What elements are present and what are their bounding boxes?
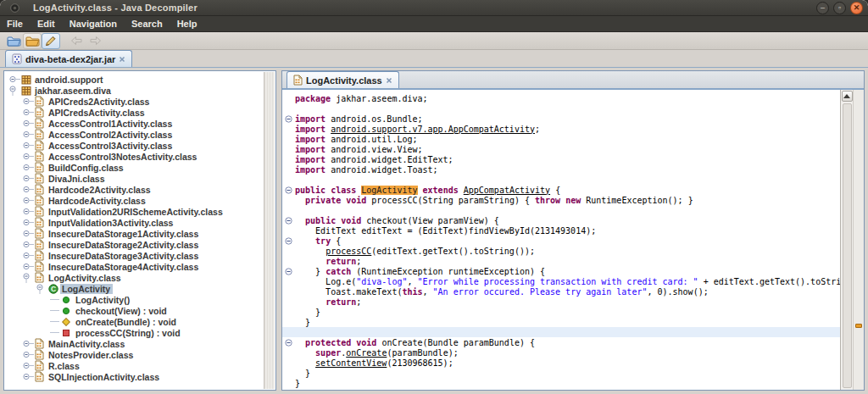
tree-item[interactable]: jakhar.aseem.diva — [5, 85, 264, 96]
code-link[interactable]: processCC — [326, 247, 371, 256]
menu-item-file[interactable]: File — [7, 19, 23, 29]
fold-marker-icon[interactable] — [282, 237, 295, 245]
code-area[interactable]: package jakhar.aseem.diva;import android… — [282, 90, 840, 390]
tree-item[interactable]: LogActivity() — [5, 294, 264, 305]
code-link[interactable]: android.support.v7.app.AppCompatActivity — [331, 125, 535, 134]
collapsed-handle-icon[interactable] — [22, 371, 35, 382]
code-line: return; — [282, 256, 840, 266]
fold-marker-icon[interactable] — [282, 268, 295, 275]
fold-marker-icon[interactable] — [282, 217, 295, 225]
fold-marker-icon[interactable] — [282, 339, 295, 347]
open-file-button[interactable] — [4, 33, 23, 49]
editor-panel: LogActivity.class package jakhar.aseem.d… — [281, 70, 865, 391]
collapsed-handle-icon[interactable] — [22, 250, 35, 261]
classfile-icon — [35, 239, 47, 250]
tree-item[interactable]: HardcodeActivity.class — [5, 195, 264, 206]
menu-item-help[interactable]: Help — [177, 19, 198, 29]
code-line — [282, 103, 840, 114]
tree-item[interactable]: AccessControl3Activity.class — [5, 140, 264, 151]
tree-item[interactable]: android.support — [5, 74, 264, 85]
collapsed-handle-icon[interactable] — [22, 118, 35, 129]
menu-item-search[interactable]: Search — [131, 19, 163, 29]
tree-item[interactable]: BuildConfig.class — [5, 162, 264, 173]
classfile-icon — [35, 217, 47, 228]
code-link[interactable]: onCreate — [346, 348, 387, 358]
scroll-up-button[interactable] — [842, 91, 853, 102]
search-button[interactable] — [42, 33, 60, 49]
open-type-button[interactable] — [23, 33, 42, 49]
collapsed-handle-icon[interactable] — [22, 151, 35, 162]
collapsed-handle-icon[interactable] — [22, 195, 35, 206]
tree-item[interactable]: AccessControl2Activity.class — [5, 129, 264, 140]
code-scrollbar[interactable] — [840, 90, 853, 390]
maximize-button[interactable]: ▫ — [833, 2, 846, 14]
tree-item[interactable]: InputValidation2URISchemeActivity.class — [5, 206, 264, 217]
collapsed-handle-icon[interactable] — [22, 228, 35, 239]
tree-item[interactable]: SQLInjectionActivity.class — [5, 371, 264, 382]
tree-item[interactable]: InsecureDataStorage4Activity.class — [5, 261, 264, 272]
collapsed-handle-icon[interactable] — [22, 239, 35, 250]
code-line: try { — [282, 236, 840, 246]
tab-close-icon[interactable] — [386, 77, 392, 84]
tree-item[interactable]: InsecureDataStorage2Activity.class — [5, 239, 264, 250]
collapsed-handle-icon[interactable] — [22, 360, 35, 371]
tree-item[interactable]: AccessControl1Activity.class — [5, 118, 264, 129]
collapsed-handle-icon[interactable] — [22, 206, 35, 217]
tree-item[interactable]: NotesProvider.class — [5, 349, 264, 360]
tree-item[interactable]: checkout(View) : void — [5, 305, 264, 316]
app-window: LogActivity.class - Java Decompiler – ▫ … — [0, 0, 868, 394]
classfile-icon — [35, 118, 47, 129]
collapsed-handle-icon[interactable] — [22, 129, 35, 140]
tree-item[interactable]: MainActivity.class — [5, 338, 264, 349]
menu-item-navigation[interactable]: Navigation — [70, 19, 117, 29]
code-link[interactable]: AppCompatActivity — [464, 186, 550, 195]
error-marker[interactable] — [855, 324, 862, 328]
collapsed-handle-icon[interactable] — [22, 349, 35, 360]
collapsed-handle-icon[interactable] — [22, 140, 35, 151]
tree-item[interactable]: R.class — [5, 360, 264, 371]
tree-item[interactable]: InsecureDataStorage3Activity.class — [5, 250, 264, 261]
maximize-icon: ▫ — [838, 3, 841, 11]
editor-tab[interactable]: LogActivity.class — [287, 71, 399, 88]
code-line: processCC(editText.getText().toString())… — [282, 246, 840, 256]
collapsed-handle-icon[interactable] — [22, 184, 35, 195]
collapsed-handle-icon[interactable] — [22, 217, 35, 228]
expanded-handle-icon[interactable] — [22, 272, 35, 283]
code-line: } — [282, 317, 840, 327]
menu-item-edit[interactable]: Edit — [37, 19, 55, 29]
search-highlight: LogActivity — [361, 186, 417, 195]
collapsed-handle-icon[interactable] — [22, 96, 35, 107]
collapsed-handle-icon[interactable] — [22, 261, 35, 272]
tree-item[interactable]: AccessControl3NotesActivity.class — [5, 151, 264, 162]
tree-item[interactable]: InputValidation3Activity.class — [5, 217, 264, 228]
collapsed-handle-icon[interactable] — [22, 162, 35, 173]
minimize-button[interactable]: – — [816, 2, 829, 14]
tree-item[interactable]: Hardcode2Activity.class — [5, 184, 264, 195]
expanded-handle-icon[interactable] — [36, 283, 48, 294]
tree-item[interactable]: InsecureDataStorage1Activity.class — [5, 228, 264, 239]
expanded-handle-icon[interactable] — [8, 85, 21, 96]
tree-scrollbar[interactable] — [264, 72, 275, 389]
collapsed-handle-icon[interactable] — [22, 173, 35, 184]
fold-marker-icon[interactable] — [282, 115, 295, 123]
code-line: import android.view.View; — [282, 144, 840, 154]
collapsed-handle-icon[interactable] — [8, 74, 21, 85]
collapsed-handle-icon[interactable] — [22, 338, 35, 349]
collapsed-handle-icon[interactable] — [22, 107, 35, 118]
tree-item[interactable]: LogActivity.class — [5, 272, 264, 283]
tree-item[interactable]: onCreate(Bundle) : void — [5, 316, 264, 327]
tab-close-icon[interactable] — [119, 56, 125, 63]
tree-item[interactable]: APICredsActivity.class — [5, 107, 264, 118]
tree-item[interactable]: APICreds2Activity.class — [5, 96, 264, 107]
tree-item[interactable]: CLogActivity — [5, 283, 264, 294]
jar-tab[interactable]: diva-beta-dex2jar.jar — [5, 50, 132, 67]
close-button[interactable]: ✕ — [850, 2, 863, 14]
code-line — [282, 327, 840, 337]
code-link[interactable]: setContentView — [315, 358, 387, 368]
fold-marker-icon[interactable] — [282, 186, 295, 194]
main-area: android.supportjakhar.aseem.divaAPICreds… — [0, 68, 868, 394]
scrollbar-thumb[interactable] — [843, 103, 852, 388]
tree-item[interactable]: processCC(String) : void — [5, 327, 264, 338]
tree-item[interactable]: DivaJni.class — [5, 173, 264, 184]
tree-item-label: InputValidation3Activity.class — [47, 218, 175, 228]
